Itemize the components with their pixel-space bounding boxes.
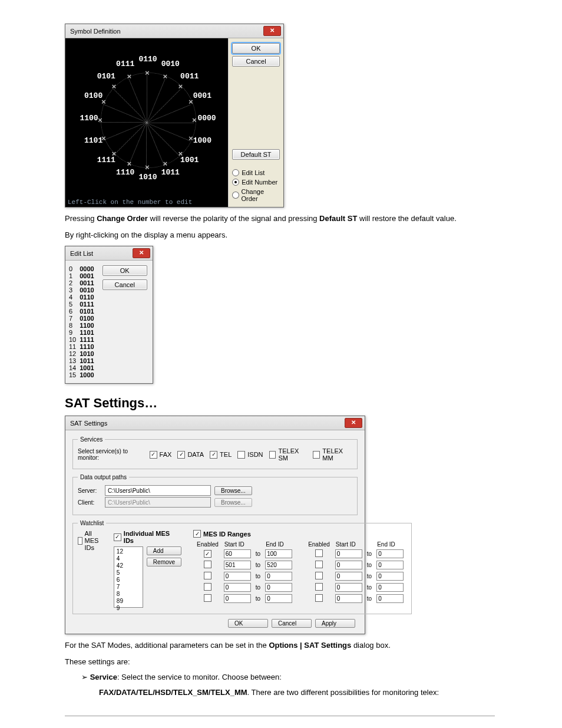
table-row[interactable]: 81100 <box>69 322 98 329</box>
range-enabled-checkbox[interactable] <box>204 572 211 579</box>
table-row[interactable]: 30010 <box>69 286 98 294</box>
range-start-input[interactable] <box>335 594 362 603</box>
ok-button[interactable]: OK <box>103 265 147 276</box>
range-end-input[interactable] <box>376 549 404 558</box>
list-item[interactable]: 7 <box>117 584 140 591</box>
range-end-input[interactable] <box>265 594 292 603</box>
list-item[interactable]: 8 <box>117 591 140 598</box>
service-checkbox-telex-mm[interactable]: TELEX MM <box>313 447 352 462</box>
constellation-point[interactable]: 0010 <box>158 60 182 68</box>
table-row[interactable]: 50111 <box>69 301 98 308</box>
cancel-button[interactable]: Cancel <box>103 279 147 290</box>
table-row[interactable]: 20011 <box>69 279 98 286</box>
range-row: to <box>194 549 294 559</box>
ok-button[interactable]: OK <box>228 619 268 628</box>
constellation-canvas[interactable]: Left-Click on the number to edit 0000×00… <box>65 38 228 207</box>
constellation-point[interactable]: 1011 <box>158 168 182 177</box>
table-row[interactable]: 40110 <box>69 294 98 301</box>
list-item[interactable]: 12 <box>117 548 140 555</box>
ok-button[interactable]: OK <box>232 43 280 54</box>
range-start-input[interactable] <box>335 583 362 592</box>
range-start-input[interactable] <box>224 572 251 581</box>
constellation-point[interactable]: 0111 <box>114 60 137 68</box>
constellation-point[interactable]: 0001 <box>190 91 214 100</box>
dialog-titlebar[interactable]: Edit List ✕ <box>65 246 153 261</box>
cancel-button[interactable]: Cancel <box>272 619 312 628</box>
all-mes-checkbox[interactable]: All MES IDs <box>78 530 102 551</box>
service-checkbox-fax[interactable]: FAX <box>150 447 172 462</box>
constellation-point[interactable]: 0110 <box>136 55 160 64</box>
dialog-titlebar[interactable]: SAT Settings ✕ <box>65 416 365 430</box>
range-start-input[interactable] <box>224 583 251 592</box>
range-start-input[interactable] <box>335 572 362 581</box>
service-checkbox-isdn[interactable]: ISDN <box>237 447 263 462</box>
range-start-input[interactable] <box>224 594 251 603</box>
table-row[interactable]: 70100 <box>69 315 98 322</box>
apply-button[interactable]: Apply <box>315 619 355 628</box>
range-start-input[interactable] <box>335 549 362 558</box>
list-item[interactable]: 89 <box>117 598 140 605</box>
list-item[interactable]: 9 <box>117 605 140 612</box>
table-row[interactable]: 00000 <box>69 265 98 272</box>
radio-edit-number[interactable]: Edit Number <box>232 179 280 186</box>
range-end-input[interactable] <box>376 583 404 592</box>
service-checkbox-tel[interactable]: TEL <box>210 447 232 462</box>
constellation-point[interactable]: 0011 <box>178 72 201 81</box>
constellation-point[interactable]: 0101 <box>94 72 118 81</box>
radio-edit-list[interactable]: Edit List <box>232 169 280 176</box>
range-enabled-checkbox[interactable] <box>315 572 323 579</box>
constellation-point[interactable]: 1100 <box>77 114 101 123</box>
range-enabled-checkbox[interactable] <box>204 550 211 558</box>
table-row[interactable]: 60101 <box>69 308 98 315</box>
table-row[interactable]: 131011 <box>69 357 98 364</box>
add-button[interactable]: Add <box>147 546 181 555</box>
table-row[interactable]: 101111 <box>69 336 98 343</box>
table-row[interactable]: 141001 <box>69 364 98 371</box>
range-enabled-checkbox[interactable] <box>315 549 323 557</box>
remove-button[interactable]: Remove <box>147 558 181 566</box>
list-item[interactable]: 4 <box>117 555 140 562</box>
close-icon[interactable]: ✕ <box>263 26 281 36</box>
constellation-point[interactable]: 1110 <box>114 168 137 177</box>
range-enabled-checkbox[interactable] <box>315 561 323 568</box>
range-enabled-checkbox[interactable] <box>204 594 211 602</box>
range-enabled-checkbox[interactable] <box>315 583 323 591</box>
constellation-point[interactable]: 1010 <box>136 173 160 182</box>
range-end-input[interactable] <box>265 549 292 558</box>
close-icon[interactable]: ✕ <box>133 248 150 258</box>
dialog-titlebar[interactable]: Symbol Definition ✕ <box>65 24 283 38</box>
list-item[interactable]: 5 <box>117 569 140 577</box>
radio-change-order[interactable]: Change Order <box>232 188 280 202</box>
range-enabled-checkbox[interactable] <box>204 583 211 591</box>
range-end-input[interactable] <box>265 561 292 569</box>
range-start-input[interactable] <box>224 549 251 558</box>
table-row[interactable]: 10001 <box>69 272 98 279</box>
service-checkbox-data[interactable]: DATA <box>177 447 204 462</box>
range-end-input[interactable] <box>376 572 404 581</box>
range-end-input[interactable] <box>376 594 404 603</box>
range-start-input[interactable] <box>335 561 362 569</box>
table-row[interactable]: 91101 <box>69 329 98 336</box>
range-enabled-checkbox[interactable] <box>204 561 211 568</box>
browse-server-button[interactable]: Browse... <box>214 486 252 495</box>
constellation-point[interactable]: 0000 <box>195 114 219 123</box>
close-icon[interactable]: ✕ <box>345 418 362 428</box>
range-enabled-checkbox[interactable] <box>315 594 323 602</box>
range-end-input[interactable] <box>265 572 292 581</box>
individual-mes-checkbox[interactable]: Individual MES IDs <box>114 530 181 544</box>
constellation-point[interactable]: 1000 <box>190 136 214 145</box>
table-row[interactable]: 121010 <box>69 350 98 357</box>
server-path-input[interactable] <box>105 485 211 496</box>
cancel-button[interactable]: Cancel <box>232 56 280 67</box>
table-row[interactable]: 111110 <box>69 343 98 350</box>
default-st-button[interactable]: Default ST <box>232 149 280 160</box>
mes-id-list[interactable]: 124425678899 <box>114 546 143 608</box>
list-item[interactable]: 6 <box>117 577 140 584</box>
range-end-input[interactable] <box>265 583 292 592</box>
range-start-input[interactable] <box>224 561 251 569</box>
table-row[interactable]: 151000 <box>69 371 98 378</box>
mes-ranges-checkbox[interactable]: MES ID Ranges <box>193 530 406 538</box>
service-checkbox-telex-sm[interactable]: TELEX SM <box>269 447 308 462</box>
range-end-input[interactable] <box>376 561 404 569</box>
list-item[interactable]: 42 <box>117 562 140 569</box>
